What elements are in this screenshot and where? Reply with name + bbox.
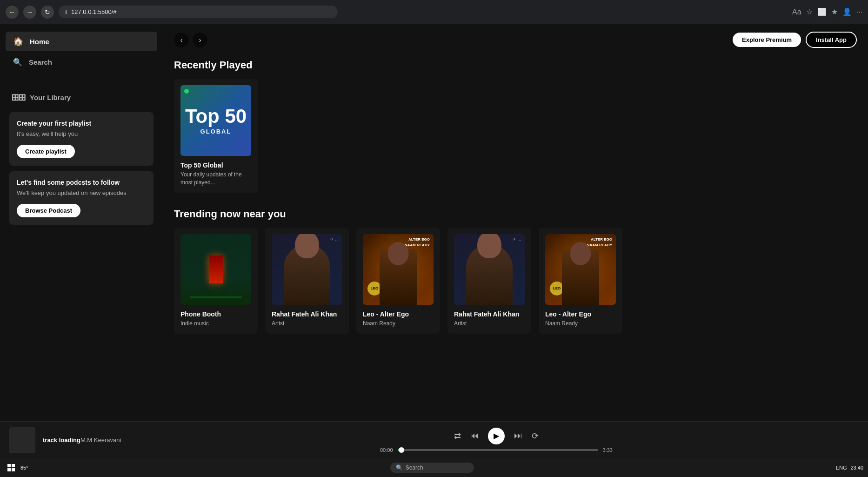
- browse-podcast-button[interactable]: Browse Podcast: [17, 204, 80, 217]
- top50-sublabel: GLOBAL: [200, 128, 232, 135]
- card-title-singer1: Rahat Fateh Ali Khan: [272, 310, 342, 318]
- player-track-name: track loadingM.M Keeravani: [43, 437, 127, 443]
- clock-display: 23:40: [850, 465, 863, 470]
- search-label: Search: [29, 58, 52, 66]
- track-name-text: track loading: [43, 437, 80, 443]
- player-buttons: ⇄ ⏮ ▶ ⏭ ⟳: [454, 428, 539, 444]
- playlist-promo: Create your first playlist It's easy, we…: [9, 112, 154, 166]
- card-title-leo2: Leo - Alter Ego: [545, 310, 616, 318]
- back-arrow-button[interactable]: ‹: [174, 33, 189, 47]
- card-title-phonebooth: Phone Booth: [180, 310, 251, 318]
- create-playlist-button[interactable]: Create playlist: [17, 145, 75, 158]
- card-image-phonebooth: [180, 234, 251, 305]
- svg-rect-3: [12, 468, 15, 471]
- podcast-promo-title: Let's find some podcsts to follow: [17, 179, 146, 186]
- taskbar-search[interactable]: 🔍 Search: [390, 463, 474, 473]
- browser-back-button[interactable]: ←: [6, 6, 19, 19]
- total-time: 3:33: [603, 447, 613, 453]
- explore-premium-button[interactable]: Explore Premium: [733, 33, 801, 47]
- card-title-leo1: Leo - Alter Ego: [363, 310, 434, 318]
- card-image-singer1: ✈ ...: [272, 234, 342, 305]
- svg-rect-1: [12, 464, 15, 467]
- playlist-promo-desc: It's easy, we'll help you: [17, 130, 146, 138]
- nav-arrows: ‹ ›: [174, 33, 207, 47]
- player-track-info: track loadingM.M Keeravani: [43, 437, 127, 443]
- library-header: ⊞⊞ Your Library: [9, 88, 154, 107]
- current-time: 00:00: [380, 447, 393, 453]
- progress-container: 00:00 3:33: [380, 447, 613, 453]
- more-icon[interactable]: ···: [856, 8, 862, 16]
- temperature-display: 85°: [20, 465, 28, 470]
- card-image-leo2: ALTER EGONAAM READY LEO: [545, 234, 616, 305]
- library-section: ⊞⊞ Your Library Create your first playli…: [4, 82, 159, 436]
- taskbar-search-text: Search: [406, 464, 423, 471]
- sidebar-nav: 🏠 Home 🔍 Search: [0, 24, 163, 79]
- tab-icon[interactable]: ⬜: [817, 7, 827, 16]
- browser-toolbar: Aa ☆ ⬜ ★ 👤 ···: [792, 7, 862, 16]
- podcast-promo-desc: We'll keep you updated on new episodes: [17, 189, 146, 197]
- card-desc-top50global: Your daily updates of the most played...: [180, 171, 251, 187]
- main-header: ‹ › Explore Premium Install App: [163, 24, 868, 55]
- library-label: Your Library: [30, 94, 71, 101]
- card-phonebooth[interactable]: Phone Booth Indie music: [174, 228, 258, 334]
- taskbar-center: 🔍 Search: [32, 463, 832, 473]
- recently-played-title: Recently Played: [174, 59, 857, 71]
- trending-cards: Phone Booth Indie music ✈ ... Rahat Fate…: [163, 228, 868, 345]
- sidebar-item-search[interactable]: 🔍 Search: [6, 53, 157, 71]
- taskbar: 85° 🔍 Search ENG 23:40: [0, 458, 868, 477]
- reader-icon[interactable]: Aa: [792, 8, 801, 16]
- top50-number: Top 50: [185, 107, 247, 126]
- sidebar: 🏠 Home 🔍 Search ⊞⊞ Your Library Create y…: [0, 24, 163, 440]
- card-singer1[interactable]: ✈ ... Rahat Fateh Ali Khan Artist: [265, 228, 349, 334]
- podcast-promo: Let's find some podcsts to follow We'll …: [9, 171, 154, 225]
- app-container: 🏠 Home 🔍 Search ⊞⊞ Your Library Create y…: [0, 24, 868, 440]
- next-button[interactable]: ⏭: [514, 431, 522, 441]
- home-icon: 🏠: [13, 36, 23, 47]
- install-app-button[interactable]: Install App: [806, 32, 857, 48]
- header-actions: Explore Premium Install App: [733, 32, 857, 48]
- search-icon: 🔍: [13, 58, 22, 67]
- start-button[interactable]: [5, 461, 18, 474]
- bookmark-icon[interactable]: ☆: [806, 7, 813, 16]
- artist-inline: M.M Keeravani: [80, 437, 121, 443]
- taskbar-left: 85°: [5, 461, 28, 474]
- library-icon: ⊞⊞: [11, 92, 25, 103]
- card-desc-singer2: Artist: [454, 320, 525, 328]
- card-title-top50global: Top 50 Global: [180, 161, 251, 169]
- profile-icon[interactable]: 👤: [842, 7, 852, 16]
- svg-rect-0: [7, 464, 11, 467]
- taskbar-right: ENG 23:40: [836, 465, 863, 470]
- url-text: 127.0.0.1:5500/#: [71, 8, 117, 15]
- player-bar: track loadingM.M Keeravani ⇄ ⏮ ▶ ⏭ ⟳ 00:…: [0, 421, 868, 458]
- taskbar-search-icon: 🔍: [396, 464, 403, 471]
- browser-chrome: ← → ↻ ℹ 127.0.0.1:5500/# Aa ☆ ⬜ ★ 👤 ···: [0, 0, 868, 24]
- favorites-icon[interactable]: ★: [831, 7, 838, 16]
- card-image-singer2: ✈ ...: [454, 234, 525, 305]
- shuffle-button[interactable]: ⇄: [454, 431, 461, 441]
- player-controls: ⇄ ⏮ ▶ ⏭ ⟳ 00:00 3:33: [134, 428, 859, 453]
- card-desc-singer1: Artist: [272, 320, 342, 328]
- repeat-button[interactable]: ⟳: [532, 431, 539, 441]
- card-leo2[interactable]: ALTER EGONAAM READY LEO Leo - Alter Ego …: [539, 228, 622, 334]
- playlist-promo-title: Create your first playlist: [17, 120, 146, 127]
- recently-played-cards: Top 50 GLOBAL Top 50 Global Your daily u…: [163, 79, 868, 204]
- card-title-singer2: Rahat Fateh Ali Khan: [454, 310, 525, 318]
- browser-forward-button[interactable]: →: [23, 6, 36, 19]
- previous-button[interactable]: ⏮: [470, 431, 479, 441]
- progress-fill: [398, 449, 402, 451]
- language-indicator: ENG: [836, 465, 847, 470]
- card-desc-phonebooth: Indie music: [180, 320, 251, 328]
- browser-reload-button[interactable]: ↻: [41, 6, 54, 19]
- main-content: ‹ › Explore Premium Install App Recently…: [163, 24, 868, 440]
- home-label: Home: [30, 38, 49, 46]
- card-singer2[interactable]: ✈ ... Rahat Fateh Ali Khan Artist: [447, 228, 531, 334]
- play-pause-button[interactable]: ▶: [488, 428, 505, 444]
- sidebar-item-home[interactable]: 🏠 Home: [6, 32, 157, 51]
- card-top50global[interactable]: Top 50 GLOBAL Top 50 Global Your daily u…: [174, 79, 258, 193]
- forward-arrow-button[interactable]: ›: [193, 33, 207, 47]
- lock-icon: ℹ: [65, 9, 67, 15]
- progress-bar[interactable]: [398, 449, 598, 451]
- address-bar[interactable]: ℹ 127.0.0.1:5500/#: [59, 6, 338, 18]
- top50-artwork: Top 50 GLOBAL: [180, 85, 251, 156]
- card-leo1[interactable]: ALTER EGONAAM READY LEO Leo - Alter Ego …: [356, 228, 440, 334]
